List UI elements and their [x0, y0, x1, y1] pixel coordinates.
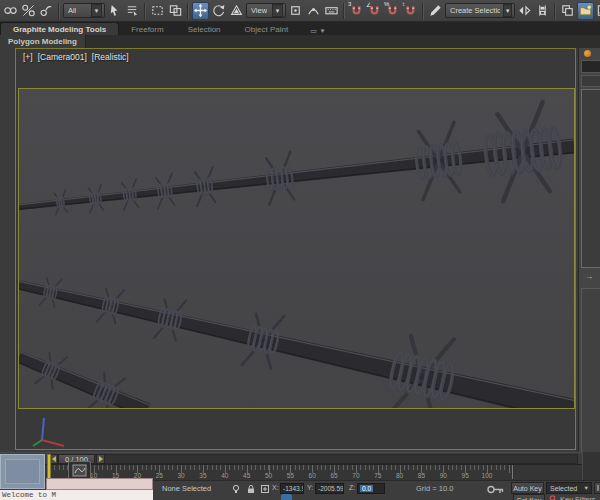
ribbon-tab-selection[interactable]: Selection: [176, 23, 233, 35]
select-and-move-icon[interactable]: [192, 2, 209, 20]
auto-key-label: Auto Key: [513, 485, 541, 492]
dropdown-value: All: [68, 6, 76, 15]
selection-status: None Selected: [162, 484, 211, 493]
set-key-label: Set Key: [517, 497, 542, 500]
selection-lock-icon[interactable]: [244, 483, 258, 495]
modifier-list-dropdown[interactable]: [581, 75, 600, 87]
select-and-rotate-icon[interactable]: [210, 2, 227, 20]
maxscript-mini-listener[interactable]: Welcome to M: [0, 490, 153, 500]
tab-polygon-modeling[interactable]: Polygon Modeling: [0, 35, 86, 48]
select-object-icon[interactable]: [106, 2, 123, 20]
modifier-stack-list[interactable]: [581, 89, 600, 268]
ribbon-minimize-icon[interactable]: ▭: [310, 27, 317, 35]
ribbon-panel-row: Polygon Modeling: [0, 35, 600, 48]
toolbar-separator: [554, 3, 556, 19]
ruler-label: 40: [221, 472, 228, 479]
toggle-ribbon-icon[interactable]: [577, 2, 594, 20]
time-slider-track[interactable]: [48, 454, 578, 464]
x-coord-field[interactable]: -1343.961: [280, 483, 304, 494]
chevron-down-icon: ▼: [503, 4, 512, 17]
z-coord-field[interactable]: 0.0: [357, 483, 385, 494]
ribbon-tab-object-paint[interactable]: Object Paint: [233, 23, 301, 35]
command-panel: →: [578, 48, 600, 452]
object-color-swatch[interactable]: [584, 50, 591, 57]
ruler-label: 25: [156, 472, 163, 479]
mirror-icon[interactable]: [516, 2, 533, 20]
stack-tools-row[interactable]: →: [581, 270, 600, 283]
left-arrow-icon: [52, 456, 56, 462]
toolbar-separator: [58, 3, 60, 19]
ribbon-config-arrow-icon[interactable]: ▾: [321, 27, 325, 35]
spinner-snap-toggle-icon[interactable]: ↕: [402, 2, 419, 20]
use-pivot-point-center-icon[interactable]: [287, 2, 304, 20]
macro-recorder-pane[interactable]: [46, 478, 153, 490]
y-coord-label: Y:: [307, 484, 313, 491]
key-filters-button[interactable]: Key Filters...: [560, 495, 600, 500]
ruler-label: 85: [418, 472, 425, 479]
set-key-button[interactable]: Set Key: [513, 494, 545, 500]
ribbon-tab-freeform[interactable]: Freeform: [119, 23, 175, 35]
barbed-wire-render: [19, 89, 574, 408]
viewport-area: [+] [Camera001] [Realistic] ▶ →: [0, 48, 600, 452]
selection-filter-dropdown[interactable]: All▼: [63, 3, 105, 18]
y-coord-field[interactable]: -2005.59: [315, 483, 344, 494]
bind-to-space-warp-icon[interactable]: [38, 2, 55, 20]
viewport-layout-tab-inner: [5, 459, 40, 484]
add-time-tag-icon[interactable]: [281, 494, 292, 500]
active-viewport[interactable]: [+] [Camera001] [Realistic]: [15, 48, 576, 450]
dropdown-value: View: [251, 6, 267, 15]
key-mode-dropdown[interactable]: Selected ▼: [546, 482, 592, 494]
object-name-field[interactable]: [581, 60, 600, 73]
camera-safe-frame[interactable]: [18, 88, 575, 409]
y-coord-value: -2005.59: [318, 485, 344, 492]
percent-snap-toggle-icon[interactable]: %: [384, 2, 401, 20]
go-to-start-button[interactable]: [594, 482, 600, 494]
listener-text: Welcome to M: [2, 491, 56, 499]
rectangular-selection-region-icon[interactable]: [149, 2, 166, 20]
select-and-link-icon[interactable]: [2, 2, 19, 20]
ruler-label: 30: [177, 472, 184, 479]
3dsmax-window: { "app": {"title": "Autodesk 3ds Max"}, …: [0, 0, 600, 500]
edit-named-selection-sets-icon[interactable]: [427, 2, 444, 20]
x-coord-value: -1343.961: [283, 485, 304, 492]
grid-size-readout: Grid = 10.0: [416, 484, 453, 493]
rollout-area[interactable]: [581, 288, 600, 454]
manage-layers-icon[interactable]: [559, 2, 576, 20]
keyboard-shortcut-override-icon[interactable]: [323, 2, 340, 20]
window-crossing-icon[interactable]: [167, 2, 184, 20]
select-by-name-icon[interactable]: [124, 2, 141, 20]
ruler-label: 70: [352, 472, 359, 479]
ruler-label: 90: [440, 472, 447, 479]
named-selection-sets-dropdown[interactable]: Create Selection Se▼: [445, 3, 515, 18]
snap-toggle-3-icon[interactable]: 3: [348, 2, 365, 20]
next-frame-arrow[interactable]: [96, 454, 105, 464]
ruler-label: 75: [374, 472, 381, 479]
ruler-label: 35: [199, 472, 206, 479]
toolbar-separator: [187, 3, 189, 19]
select-and-scale-icon[interactable]: [228, 2, 245, 20]
select-and-manipulate-icon[interactable]: [305, 2, 322, 20]
viewport-label: [+] [Camera001] [Realistic]: [23, 52, 129, 62]
align-icon[interactable]: [534, 2, 551, 20]
viewport-pov-menu[interactable]: [Camera001]: [38, 52, 87, 62]
angle-snap-toggle-icon[interactable]: ∠: [366, 2, 383, 20]
chevron-down-icon: ▼: [272, 4, 283, 17]
ribbon-tab-graphite-modeling-tools[interactable]: Graphite Modeling Tools: [0, 22, 119, 35]
main-toolbar: All▼View▼3∠%↕Create Selection Se▼: [0, 0, 600, 22]
unlink-selection-icon[interactable]: [20, 2, 37, 20]
isolate-selection-icon[interactable]: [229, 483, 243, 495]
viewport-general-menu[interactable]: [+]: [23, 52, 33, 62]
track-bar-corner: [582, 452, 600, 480]
reference-coordinate-system-dropdown[interactable]: View▼: [246, 3, 286, 18]
ruler-label: 95: [462, 472, 469, 479]
ribbon-tab-bar: Graphite Modeling ToolsFreeformSelection…: [0, 22, 600, 35]
chevron-down-icon: ▼: [91, 4, 102, 17]
auto-key-button[interactable]: Auto Key: [511, 482, 544, 494]
key-mode-value: Selected: [550, 485, 577, 492]
curve-editor-icon[interactable]: [595, 2, 600, 20]
viewport-shading-menu[interactable]: [Realistic]: [92, 52, 129, 62]
chevron-down-icon: ▼: [584, 485, 589, 491]
curve-window-icon: [72, 464, 87, 477]
viewport-layout-tab[interactable]: [0, 454, 45, 489]
absolute-mode-icon[interactable]: [258, 483, 272, 495]
